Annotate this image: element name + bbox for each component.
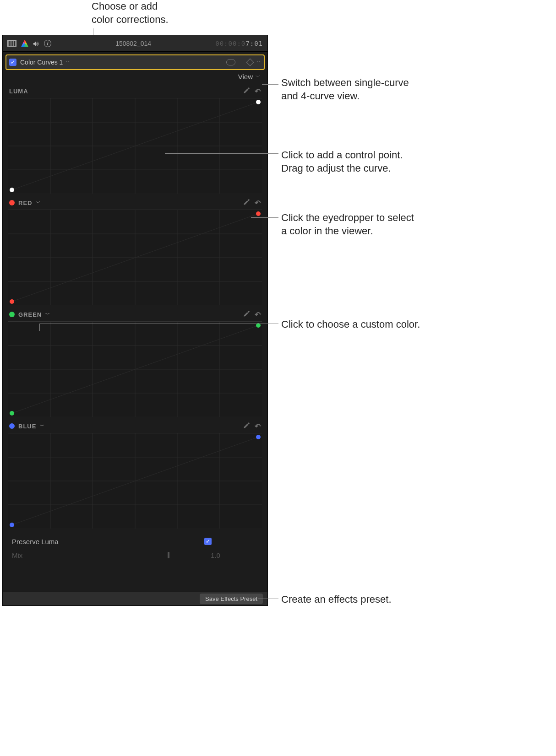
mask-icon[interactable] — [226, 59, 235, 65]
green-curve[interactable] — [8, 321, 262, 416]
view-menu[interactable]: View ﹀ — [3, 70, 267, 81]
clip-name: 150802_014 — [56, 40, 211, 47]
annotation-eyedrop: Click the eyedropper to select a color i… — [281, 211, 414, 238]
luma-label: LUMA — [9, 88, 28, 95]
red-label: RED — [18, 200, 32, 206]
timecode: 00:00:07:01 — [215, 40, 263, 47]
red-swatch[interactable] — [9, 200, 15, 205]
effect-header-row: ✓ Color Curves 1 ﹀ ﹀ — [5, 54, 265, 70]
color-inspector-panel: 🔊︎ i 150802_014 00:00:07:01 ✓ Color Curv… — [2, 35, 268, 606]
svg-point-9 — [10, 188, 14, 192]
mix-slider[interactable] — [168, 552, 169, 558]
preserve-luma-checkbox[interactable]: ✓ — [204, 538, 212, 545]
audio-tab-icon[interactable]: 🔊︎ — [33, 40, 39, 47]
video-tab-icon[interactable] — [7, 40, 16, 47]
green-section: GREEN ﹀ ↶ — [3, 305, 267, 416]
footer: Save Effects Preset — [3, 592, 267, 605]
annotation-point: Click to add a control point. Drag to ad… — [281, 149, 403, 175]
annotation-preset: Create an effects preset. — [281, 593, 392, 606]
callout-line — [262, 84, 278, 85]
callout-line — [39, 324, 278, 324]
green-swatch[interactable] — [9, 312, 15, 317]
reset-icon[interactable]: ↶ — [255, 87, 261, 96]
red-curve[interactable] — [8, 210, 262, 305]
correction-picker[interactable]: Color Curves 1 ﹀ — [20, 59, 70, 66]
blue-label: BLUE — [18, 423, 36, 430]
chevron-down-icon[interactable]: ﹀ — [256, 59, 261, 65]
color-tab-icon[interactable] — [21, 40, 28, 47]
annotation-custom: Click to choose a custom color. — [281, 318, 420, 331]
mix-value[interactable]: 1.0 — [211, 551, 220, 559]
eyedropper-icon[interactable] — [243, 86, 251, 96]
effect-enabled-checkbox[interactable]: ✓ — [9, 59, 16, 66]
svg-point-43 — [256, 435, 261, 439]
chevron-down-icon: ﹀ — [256, 74, 260, 80]
annotation-top: Choose or add color corrections. — [92, 0, 169, 26]
callout-line — [258, 599, 278, 599]
mix-label: Mix — [12, 551, 117, 559]
blue-swatch[interactable] — [9, 423, 15, 429]
keyframe-icon[interactable] — [246, 59, 254, 66]
preserve-luma-label: Preserve Luma — [12, 538, 149, 545]
chevron-down-icon[interactable]: ﹀ — [40, 423, 45, 429]
reset-icon[interactable]: ↶ — [255, 199, 261, 207]
chevron-down-icon[interactable]: ﹀ — [36, 200, 41, 206]
correction-name: Color Curves 1 — [20, 59, 63, 66]
green-label: GREEN — [18, 311, 42, 318]
callout-line — [165, 153, 278, 154]
luma-curve[interactable] — [8, 98, 262, 193]
red-section: RED ﹀ ↶ — [3, 193, 267, 305]
svg-point-42 — [10, 523, 14, 527]
params: Preserve Luma ✓ Mix 1.0 — [3, 528, 267, 562]
blue-curve[interactable] — [8, 433, 262, 528]
eyedropper-icon[interactable] — [243, 309, 251, 319]
reset-icon[interactable]: ↶ — [255, 310, 261, 319]
svg-point-10 — [256, 100, 261, 104]
blue-section: BLUE ﹀ ↶ — [3, 416, 267, 528]
callout-line — [251, 217, 278, 218]
reset-icon[interactable]: ↶ — [255, 422, 261, 431]
eyedropper-icon[interactable] — [243, 198, 251, 208]
svg-point-20 — [10, 299, 14, 304]
chevron-down-icon[interactable]: ﹀ — [45, 311, 50, 318]
eyedropper-icon[interactable] — [243, 421, 251, 431]
chevron-down-icon: ﹀ — [65, 59, 70, 65]
save-effects-preset-button[interactable]: Save Effects Preset — [200, 594, 263, 604]
inspector-tab-bar: 🔊︎ i 150802_014 00:00:07:01 — [3, 35, 267, 52]
annotation-view: Switch between single-curve and 4-curve … — [281, 76, 409, 103]
svg-point-21 — [256, 211, 261, 216]
callout-line — [39, 324, 40, 331]
luma-section: LUMA ↶ — [3, 81, 267, 193]
info-tab-icon[interactable]: i — [44, 40, 51, 47]
view-label: View — [238, 73, 253, 81]
svg-point-31 — [10, 411, 14, 416]
